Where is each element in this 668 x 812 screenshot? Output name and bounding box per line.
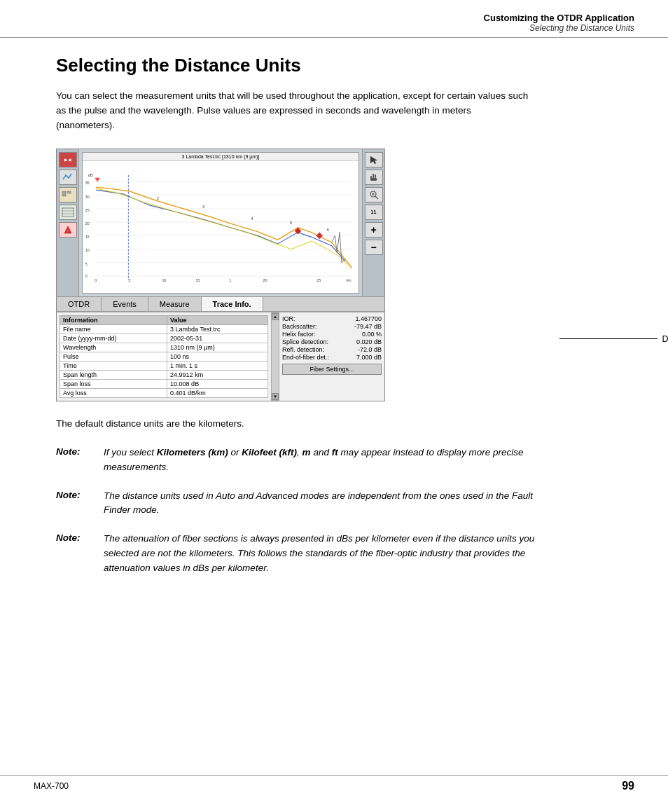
note-3: Note: The attenuation of fiber sections … (56, 532, 560, 576)
svg-text:1: 1 (229, 278, 231, 282)
toolbar-btn-2[interactable] (59, 170, 77, 185)
svg-text:0: 0 (95, 278, 97, 282)
svg-text:5: 5 (128, 278, 130, 282)
distance-units-annotation: Distance units (559, 334, 668, 344)
ior-row: IOR: 1.467700 (282, 315, 382, 322)
toolbar-btn-1[interactable]: ▶◀ (59, 152, 77, 167)
fiber-settings-button[interactable]: Fiber Settings... (282, 364, 382, 375)
chapter-title: Customizing the OTDR Application (34, 13, 634, 23)
svg-rect-3 (62, 208, 74, 216)
right-panel: IOR: 1.467700 Backscatter: -79.47 dB Hel… (279, 312, 384, 401)
table-row: Avg loss0.401 dB/km (60, 388, 268, 397)
svg-text:5: 5 (290, 221, 292, 225)
backscatter-row: Backscatter: -79.47 dB (282, 323, 382, 330)
footer-page: 99 (622, 780, 634, 792)
minus-btn[interactable]: − (365, 240, 383, 255)
svg-text:10: 10 (85, 248, 90, 252)
footer-model: MAX-700 (34, 781, 69, 791)
right-toolbar: 11 + − (362, 149, 384, 296)
table-row: Date (yyyy-mm-dd)2002-05-31 (60, 333, 268, 343)
tab-measure[interactable]: Measure (148, 297, 202, 311)
svg-text:25: 25 (316, 278, 321, 282)
svg-text:35: 35 (85, 181, 90, 185)
table-row: Time1 min. 1 s (60, 361, 268, 370)
svg-rect-0 (62, 191, 66, 193)
col-value: Value (167, 315, 268, 324)
svg-text:0: 0 (85, 274, 88, 278)
toolbar-btn-5[interactable]: ! (59, 222, 77, 238)
graph-title: 3 Lambda Test.trc [1310 nm (9 µm)] (83, 153, 359, 161)
toolbar-btn-3[interactable] (59, 187, 77, 202)
svg-rect-43 (373, 174, 374, 178)
splice-row: Splice detection: 0.020 dB (282, 338, 382, 345)
svg-text:10: 10 (162, 278, 166, 282)
refl-row: Refl. detection: -72.0 dB (282, 346, 382, 353)
svg-text:2: 2 (157, 196, 159, 200)
svg-rect-1 (62, 194, 66, 196)
graph-svg: dB 35 30 25 20 15 10 5 0 (83, 161, 359, 290)
svg-rect-2 (67, 191, 71, 193)
default-distance-text: The default distance units are the kilom… (56, 417, 612, 432)
zoom-in-btn[interactable] (365, 187, 383, 202)
table-row: Span loss10.008 dB (60, 379, 268, 388)
hand-btn[interactable] (365, 170, 383, 185)
svg-text:4: 4 (251, 216, 253, 221)
screenshot: ▶◀ ! 3 Lambda Test.trc (56, 149, 385, 401)
svg-marker-42 (370, 156, 377, 164)
table-row: File name3 Lambda Test.trc (60, 324, 268, 333)
note-3-content: The attenuation of fiber sections is alw… (104, 532, 560, 576)
svg-text:25: 25 (85, 208, 90, 212)
note-2: Note: The distance units used in Auto an… (56, 489, 560, 518)
svg-text:km: km (347, 278, 352, 282)
svg-line-48 (375, 196, 378, 199)
tab-events[interactable]: Events (102, 297, 148, 311)
toolbar-btn-4[interactable] (59, 205, 77, 220)
svg-text:20: 20 (85, 221, 90, 226)
svg-text:3: 3 (202, 205, 204, 209)
svg-marker-33 (95, 178, 100, 182)
tab-bar: OTDR Events Measure Trace Info. (57, 296, 384, 312)
tab-otdr[interactable]: OTDR (57, 297, 102, 311)
page-footer: MAX-700 99 (0, 775, 668, 792)
info-panel: Information Value File name3 Lambda Test… (57, 312, 384, 401)
intro-paragraph: You can select the measurement units tha… (56, 89, 532, 133)
svg-text:dB: dB (88, 173, 93, 177)
svg-text:6: 6 (327, 227, 329, 231)
note-3-label: Note: (56, 532, 104, 543)
note-2-content: The distance units used in Auto and Adva… (104, 489, 560, 518)
eof-row: End-of-fiber det.: 7.000 dB (282, 354, 382, 361)
svg-text:20: 20 (263, 278, 267, 282)
section-title: Selecting the Distance Units (34, 23, 634, 33)
scroll-down-btn[interactable]: ▼ (272, 393, 279, 400)
label-btn[interactable]: 11 (365, 205, 383, 220)
table-row: Wavelength1310 nm (9 µm) (60, 343, 268, 352)
svg-rect-44 (375, 174, 376, 178)
plus-btn[interactable]: + (365, 222, 383, 238)
annotation-line (559, 338, 657, 339)
svg-rect-46 (370, 178, 377, 181)
svg-text:15: 15 (85, 235, 90, 239)
tab-trace-info[interactable]: Trace Info. (202, 297, 263, 311)
svg-text:!: ! (67, 229, 68, 233)
helix-row: Helix factor: 0.00 % (282, 331, 382, 338)
left-toolbar: ▶◀ ! (57, 149, 79, 296)
info-table-area: Information Value File name3 Lambda Test… (57, 312, 271, 401)
graph-canvas: dB 35 30 25 20 15 10 5 0 (83, 161, 359, 290)
note-2-label: Note: (56, 489, 104, 500)
svg-text:30: 30 (85, 194, 90, 198)
page-title: Selecting the Distance Units (56, 55, 612, 76)
scrollbar[interactable]: ▲ ▼ (271, 312, 279, 401)
page-header: Customizing the OTDR Application Selecti… (0, 0, 668, 38)
table-row: Span length24.9912 km (60, 370, 268, 379)
col-info: Information (60, 315, 167, 324)
graph-main: 3 Lambda Test.trc [1310 nm (9 µm)] dB 35… (82, 152, 359, 294)
distance-units-label: Distance units (662, 334, 668, 344)
main-content: Selecting the Distance Units You can sel… (0, 41, 668, 618)
table-row: Pulse100 ns (60, 352, 268, 361)
cursor-btn[interactable] (365, 152, 383, 167)
note-1: Note: If you select Kilometers (km) or K… (56, 446, 560, 475)
svg-text:5: 5 (85, 261, 88, 266)
info-table: Information Value File name3 Lambda Test… (60, 315, 268, 398)
scroll-up-btn[interactable]: ▲ (272, 313, 279, 320)
graph-area: ▶◀ ! 3 Lambda Test.trc (57, 149, 384, 296)
